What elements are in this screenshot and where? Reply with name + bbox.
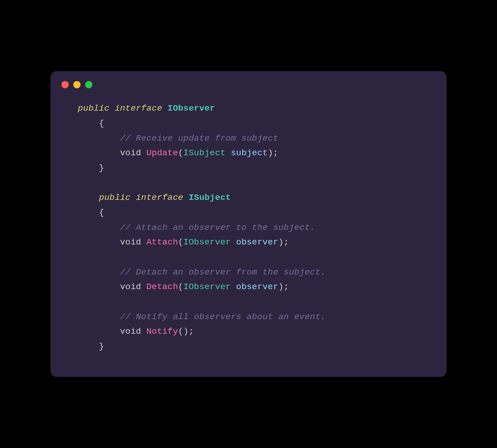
code-line-2: { bbox=[78, 116, 419, 131]
code-line-1: public interface IObserver bbox=[78, 101, 419, 116]
code-line-9: // Attach an observer to the subject. bbox=[78, 220, 419, 235]
maximize-button[interactable] bbox=[85, 81, 92, 88]
code-line-16: void Notify(); bbox=[78, 324, 419, 339]
code-line-6 bbox=[78, 176, 419, 191]
code-line-17: } bbox=[78, 339, 419, 354]
code-line-12: // Detach an observer from the subject. bbox=[78, 265, 419, 280]
code-line-3: // Receive update from subject bbox=[78, 131, 419, 146]
code-line-15: // Notify all observers about an event. bbox=[78, 310, 419, 325]
code-line-13: void Detach(IObserver observer); bbox=[78, 280, 419, 295]
close-button[interactable] bbox=[61, 81, 69, 88]
code-window: public interface IObserver { // Receive … bbox=[51, 71, 446, 377]
code-line-8: { bbox=[78, 205, 419, 220]
title-bar bbox=[51, 71, 446, 97]
code-line-14 bbox=[78, 295, 419, 310]
code-line-4: void Update(ISubject subject); bbox=[78, 146, 419, 161]
code-line-10: void Attach(IObserver observer); bbox=[78, 235, 419, 250]
code-editor: public interface IObserver { // Receive … bbox=[51, 97, 446, 358]
code-line-5: } bbox=[78, 161, 419, 176]
code-line-11 bbox=[78, 250, 419, 265]
code-line-7: public interface ISubject bbox=[78, 190, 419, 205]
minimize-button[interactable] bbox=[73, 81, 81, 88]
